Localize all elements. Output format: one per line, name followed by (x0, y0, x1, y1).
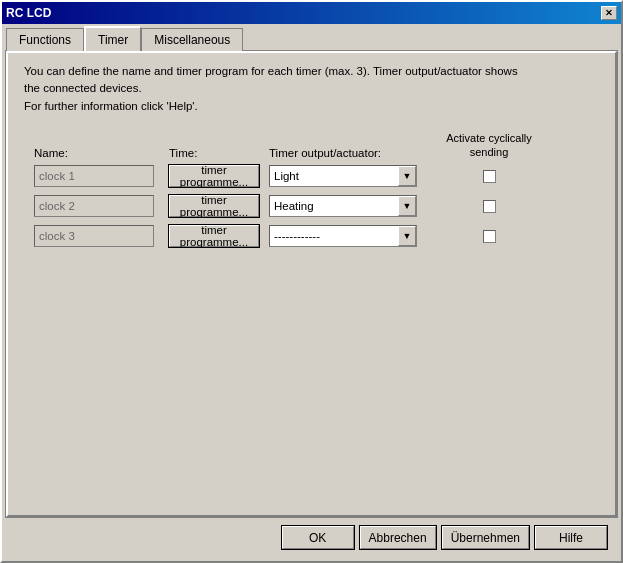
activate-checkbox-1[interactable] (483, 170, 496, 183)
title-bar-buttons: ✕ (601, 6, 617, 20)
name-input-wrapper-2 (34, 195, 169, 217)
activate-checkbox-cell-2 (429, 200, 549, 213)
prog-btn-wrapper-1: timer programme... (169, 165, 269, 187)
activate-checkbox-2[interactable] (483, 200, 496, 213)
apply-button[interactable]: Übernehmen (442, 526, 529, 549)
name-field-3[interactable] (34, 225, 154, 247)
activate-checkbox-cell-3 (429, 230, 549, 243)
col-header-name: Name: (34, 147, 169, 159)
tab-content-timer: You can define the name and timer progra… (6, 51, 617, 517)
cancel-button[interactable]: Abbrechen (360, 526, 436, 549)
timer-row-3: timer programme... Light Heating -------… (24, 225, 599, 247)
main-window: RC LCD ✕ Functions Timer Miscellaneous Y… (0, 0, 623, 563)
col-header-time: Time: (169, 147, 269, 159)
name-field-2[interactable] (34, 195, 154, 217)
output-select-1[interactable]: Light Heating ------------ (269, 165, 417, 187)
tab-bar: Functions Timer Miscellaneous (6, 28, 617, 51)
activate-checkbox-3[interactable] (483, 230, 496, 243)
title-bar: RC LCD ✕ (2, 2, 621, 24)
info-text: You can define the name and timer progra… (24, 63, 599, 115)
button-bar: OK Abbrechen Übernehmen Hilfe (6, 517, 617, 557)
output-dropdown-wrapper-3: Light Heating ------------ ▼ (269, 225, 417, 247)
output-dropdown-wrapper-2: Light Heating ------------ ▼ (269, 195, 417, 217)
window-title: RC LCD (6, 6, 51, 20)
col-header-output: Timer output/actuator: (269, 147, 429, 159)
prog-btn-wrapper-2: timer programme... (169, 195, 269, 217)
timer-programme-button-2[interactable]: timer programme... (169, 195, 259, 217)
prog-btn-wrapper-3: timer programme... (169, 225, 269, 247)
output-select-3[interactable]: Light Heating ------------ (269, 225, 417, 247)
timer-programme-button-1[interactable]: timer programme... (169, 165, 259, 187)
tab-functions[interactable]: Functions (6, 28, 84, 51)
activate-checkbox-cell-1 (429, 170, 549, 183)
column-headers: Name: Time: Timer output/actuator: Activ… (24, 131, 599, 160)
col-header-activate: Activate cyclicallysending (429, 131, 549, 160)
name-input-wrapper-3 (34, 225, 169, 247)
output-dropdown-wrapper-1: Light Heating ------------ ▼ (269, 165, 417, 187)
tab-miscellaneous[interactable]: Miscellaneous (141, 28, 243, 51)
spacer (24, 255, 599, 505)
tab-timer[interactable]: Timer (84, 26, 141, 51)
timer-row-1: timer programme... Light Heating -------… (24, 165, 599, 187)
timer-programme-button-3[interactable]: timer programme... (169, 225, 259, 247)
output-select-2[interactable]: Light Heating ------------ (269, 195, 417, 217)
close-button[interactable]: ✕ (601, 6, 617, 20)
name-field-1[interactable] (34, 165, 154, 187)
help-button[interactable]: Hilfe (535, 526, 607, 549)
timer-row-2: timer programme... Light Heating -------… (24, 195, 599, 217)
name-input-1 (34, 165, 169, 187)
ok-button[interactable]: OK (282, 526, 354, 549)
window-content: Functions Timer Miscellaneous You can de… (2, 24, 621, 561)
